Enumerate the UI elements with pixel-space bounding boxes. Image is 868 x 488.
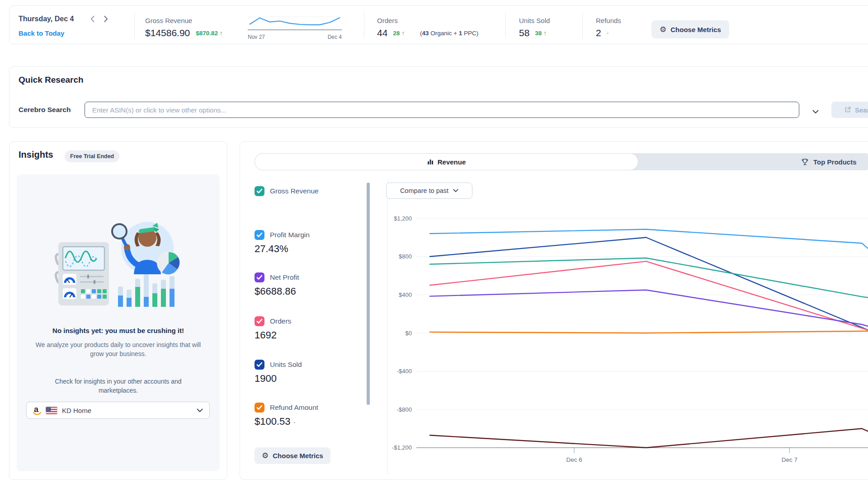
insights-illustration [55, 214, 186, 311]
metric-row-orders: Orders 1692 [255, 316, 291, 341]
svg-text:-$400: -$400 [397, 368, 412, 375]
external-link-icon [844, 106, 851, 113]
bar-chart-icon [427, 159, 434, 165]
metric-checkbox[interactable] [255, 316, 264, 326]
orders-value: 44 [377, 28, 387, 38]
divider [582, 12, 583, 38]
revenue-line-chart: $1,200$800$400$0-$400-$800-$1,200Dec 6De… [380, 205, 868, 467]
tab-top-products[interactable]: Top Products [801, 153, 857, 170]
gross-revenue-value: $14586.90 [145, 28, 190, 38]
refunds-delta: - [607, 29, 609, 37]
metric-row-units-sold: Units Sold 1900 [255, 360, 302, 385]
insights-empty-hint: Check for insights in your other account… [17, 377, 220, 395]
insights-empty-desc: We analyze your products daily to uncove… [17, 340, 220, 359]
orders-breakdown-note: (43 Organic + 1 PPC) [420, 30, 478, 37]
revenue-chart-card: Revenue Top Products Gross Revenue Profi… [240, 141, 868, 480]
quick-research-card: Quick Research Cerebro Search Search [9, 66, 868, 128]
prev-day-button[interactable] [87, 14, 97, 24]
cerebro-search-label: Cerebro Search [19, 106, 71, 114]
insights-empty-title: No insights yet: you must be crushing it… [17, 327, 220, 334]
orders-delta: 28 ↑ [393, 30, 405, 37]
account-name: KD Home [62, 407, 192, 414]
metric-checkbox[interactable] [255, 360, 264, 370]
metric-checkbox[interactable] [255, 186, 264, 196]
chevron-left-icon [90, 15, 95, 23]
chevron-down-icon [197, 408, 203, 413]
gross-revenue-label: Gross Revenue [145, 17, 192, 24]
choose-metrics-button[interactable]: ⚙ Choose Metrics [651, 20, 729, 38]
divider [134, 12, 135, 38]
orders-label: Orders [377, 17, 398, 24]
next-day-button[interactable] [101, 14, 111, 24]
metric-row-gross-revenue: Gross Revenue [255, 186, 319, 199]
cerebro-search-input[interactable] [85, 102, 799, 118]
trophy-icon [801, 158, 809, 166]
quick-research-title: Quick Research [19, 75, 84, 85]
back-to-today-link[interactable]: Back to Today [19, 29, 64, 37]
top-stats-bar: Thursday, Dec 4 Back to Today Gross Reve… [9, 5, 868, 44]
insights-empty-panel: No insights yet: you must be crushing it… [17, 174, 220, 471]
refunds-value: 2 [596, 28, 601, 38]
metric-row-net-profit: Net Profit $6688.86 [255, 272, 299, 297]
metric-checkbox[interactable] [255, 230, 264, 240]
date-label: Thursday, Dec 4 [19, 15, 74, 23]
sparkline-start-label: Nov 27 [248, 34, 265, 40]
svg-text:-$800: -$800 [397, 406, 412, 413]
metric-row-profit-margin: Profit Margin 27.43% [255, 230, 310, 255]
insights-card: Insights Free Trial Ended [9, 141, 227, 480]
metric-checkbox[interactable] [255, 272, 264, 282]
units-sold-value: 58 [519, 28, 529, 38]
compare-to-past-button[interactable]: Compare to past [386, 183, 472, 199]
insights-title: Insights [19, 150, 53, 160]
divider [364, 12, 364, 38]
metrics-scrollbar[interactable] [367, 183, 370, 405]
us-flag-icon [46, 407, 57, 414]
svg-text:Dec 7: Dec 7 [782, 456, 797, 463]
chart-tab-bar: Revenue Top Products [255, 153, 868, 170]
cerebro-search-button[interactable]: Search [831, 102, 868, 118]
svg-text:$800: $800 [399, 253, 412, 260]
dashboard-page: { "top_bar": { "date": "Thursday, Dec 4"… [0, 0, 868, 488]
free-trial-badge: Free Trial Ended [65, 150, 119, 162]
sparkline-end-label: Dec 4 [328, 34, 342, 40]
refunds-label: Refunds [596, 17, 621, 24]
chevron-down-icon[interactable] [812, 108, 819, 116]
chevron-right-icon [104, 15, 108, 23]
divider [505, 12, 506, 38]
units-sold-label: Units Sold [519, 17, 550, 24]
svg-text:$400: $400 [399, 291, 412, 298]
amazon-icon: a [33, 405, 41, 415]
metric-checkbox[interactable] [255, 403, 264, 413]
svg-text:$0: $0 [406, 330, 412, 337]
metric-row-refund-amount: Refund Amount $100.53 - [255, 403, 318, 428]
refund-delta: - [293, 418, 296, 426]
tab-revenue[interactable]: Revenue [255, 153, 638, 170]
units-sold-delta: 38 ↑ [535, 30, 547, 37]
gear-icon: ⚙ [262, 452, 269, 460]
gross-revenue-delta: $870.82 ↑ [196, 30, 222, 37]
account-selector-dropdown[interactable]: a KD Home [26, 402, 210, 419]
svg-text:$1,200: $1,200 [394, 215, 412, 222]
revenue-sparkline-chart [248, 11, 342, 32]
svg-text:-$1,200: -$1,200 [392, 444, 412, 451]
gear-icon: ⚙ [660, 26, 666, 33]
svg-text:Dec 6: Dec 6 [566, 456, 582, 463]
chevron-down-icon [453, 189, 458, 192]
chart-choose-metrics-button[interactable]: ⚙ Choose Metrics [255, 447, 330, 464]
